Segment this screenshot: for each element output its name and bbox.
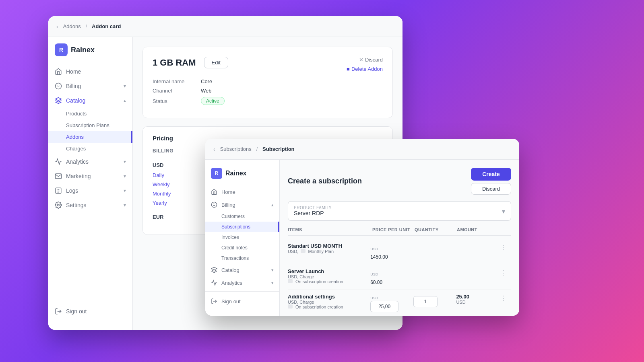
analytics-icon xyxy=(55,158,62,165)
product-family-select[interactable]: Product Family Server RDP ▾ xyxy=(288,201,511,221)
sub-sidebar-billing[interactable]: Billing ▴ xyxy=(205,198,279,211)
qty-input-2[interactable] xyxy=(413,296,438,307)
sub-analytics-icon xyxy=(211,280,217,286)
field-status: Status Active xyxy=(153,97,383,105)
sidebar-bottom-main: Sign out xyxy=(48,299,132,323)
create-sub-header: Create a subscription Create Discard xyxy=(288,168,511,195)
billing-icon xyxy=(55,82,62,90)
sidebar-item-analytics[interactable]: Analytics ▾ xyxy=(48,154,132,169)
sub-billing-icon xyxy=(211,202,217,208)
marketing-icon xyxy=(55,173,62,180)
svg-point-0 xyxy=(56,83,62,89)
addon-actions: ✕ Discard ■ Delete Addon xyxy=(347,57,383,72)
sub-nav-credit-notes[interactable]: Credit notes xyxy=(205,243,279,253)
window-body-sub: R Rainex Home Billing ▴ Customers Subscr… xyxy=(205,160,519,316)
sub-nav-customers[interactable]: Customers xyxy=(205,211,279,222)
sub-sign-out-button[interactable]: Sign out xyxy=(205,295,279,308)
sidebar-sub-charges[interactable]: Charges xyxy=(48,143,132,154)
delete-addon-button[interactable]: ■ Delete Addon xyxy=(347,66,383,72)
sidebar-item-home[interactable]: Home xyxy=(48,64,132,79)
sub-catalog-chevron: ▾ xyxy=(271,267,274,273)
items-table: Items Price per Unit Quantity Amount Sta… xyxy=(288,227,511,316)
sub-nav-transactions[interactable]: Transactions xyxy=(205,253,279,263)
field-channel: Channel Web xyxy=(153,88,383,94)
sub-billing-chevron: ▴ xyxy=(271,202,274,208)
svg-point-4 xyxy=(211,202,217,207)
svg-point-2 xyxy=(58,204,60,206)
sub-home-icon xyxy=(211,189,217,195)
sidebar-item-billing[interactable]: Billing ▾ xyxy=(48,79,132,93)
sub-breadcrumb-current: Subscription xyxy=(262,146,294,152)
status-badge: Active xyxy=(201,97,225,105)
breadcrumb-back-chevron[interactable]: ‹ xyxy=(56,23,58,30)
header-actions: Create Discard xyxy=(471,168,511,195)
table-row: Standart USD MONTH USD, Monthly Plan USD… xyxy=(288,239,511,264)
edit-button[interactable]: Edit xyxy=(204,57,228,68)
logs-chevron: ▾ xyxy=(124,188,126,193)
sidebar-main: R Rainex Home Billing ▾ Catalog xyxy=(48,37,133,330)
sidebar-sub-subscription-plans[interactable]: Subscription Plans xyxy=(48,119,132,131)
sub-sidebar-bottom: Sign out xyxy=(205,291,279,311)
sub-analytics-chevron: ▾ xyxy=(271,280,274,286)
sub-breadcrumb-parent: Subscriptions xyxy=(220,146,252,152)
table-row: Additional settings USD, Charge On subsc… xyxy=(288,290,511,316)
logo-icon-main: R xyxy=(55,43,68,56)
sub-sidebar: R Rainex Home Billing ▴ Customers Subscr… xyxy=(205,160,280,316)
sidebar-item-logs[interactable]: Logs ▾ xyxy=(48,183,132,198)
table-row: Server Launch USD, Charge On subscriptio… xyxy=(288,264,511,290)
create-button[interactable]: Create xyxy=(471,168,511,181)
logs-icon xyxy=(55,187,62,194)
product-family-value: Server RDP xyxy=(294,210,505,216)
sub-sidebar-catalog[interactable]: Catalog ▾ xyxy=(205,263,279,276)
item-more-1[interactable]: ⋮ xyxy=(499,268,511,278)
product-family-chevron: ▾ xyxy=(502,207,505,215)
sub-sidebar-home[interactable]: Home xyxy=(205,185,279,198)
items-table-header: Items Price per Unit Quantity Amount xyxy=(288,227,511,236)
sidebar-sub-addons[interactable]: Addons xyxy=(48,131,132,143)
catalog-icon xyxy=(55,97,62,104)
breadcrumb-current: Addon card xyxy=(92,23,121,29)
item-name-1: Server Launch xyxy=(288,268,367,274)
sidebar-item-catalog[interactable]: Catalog ▴ xyxy=(48,93,132,108)
create-sub-title: Create a subscription xyxy=(288,177,362,185)
discard-button[interactable]: ✕ Discard xyxy=(359,57,383,63)
sub-nav-invoices[interactable]: Invoices xyxy=(205,232,279,243)
sub-nav-subscriptions[interactable]: Subscriptions xyxy=(205,222,279,232)
item-more-2[interactable]: ⋮ xyxy=(499,294,511,303)
sidebar-item-marketing[interactable]: Marketing ▾ xyxy=(48,169,132,183)
sidebar-logo-main: R Rainex xyxy=(48,43,132,64)
product-family-label: Product Family xyxy=(294,206,505,210)
price-input-2[interactable] xyxy=(370,301,398,312)
analytics-chevron: ▾ xyxy=(124,159,126,165)
sub-breadcrumb-back-chevron[interactable]: ‹ xyxy=(213,146,215,152)
window-topbar-main: ‹ Addons / Addon card xyxy=(48,16,402,37)
sub-catalog-icon xyxy=(211,267,217,273)
field-internal-name: Internal name Core xyxy=(153,78,383,84)
marketing-chevron: ▾ xyxy=(124,173,126,179)
sub-discard-button[interactable]: Discard xyxy=(471,183,511,195)
catalog-chevron: ▴ xyxy=(124,98,126,103)
sub-sign-out-icon xyxy=(211,298,217,304)
settings-chevron: ▾ xyxy=(124,202,126,208)
sign-out-icon xyxy=(55,308,62,315)
sidebar-item-settings[interactable]: Settings ▾ xyxy=(48,198,132,212)
sub-sidebar-logo: R Rainex xyxy=(205,165,279,185)
logo-text-main: Rainex xyxy=(71,46,95,54)
sidebar-sub-products[interactable]: Products xyxy=(48,108,132,119)
addon-title: 1 GB RAM xyxy=(153,58,196,68)
home-icon xyxy=(55,68,62,75)
sign-out-button[interactable]: Sign out xyxy=(48,304,132,319)
item-name-0: Standart USD MONTH xyxy=(288,243,367,249)
billing-chevron: ▾ xyxy=(124,83,126,89)
sub-logo-icon: R xyxy=(211,168,222,179)
item-name-2: Additional settings xyxy=(288,294,367,300)
sub-main-content: Create a subscription Create Discard Pro… xyxy=(280,160,519,316)
settings-icon xyxy=(55,202,62,209)
sub-sidebar-analytics[interactable]: Analytics ▾ xyxy=(205,276,279,289)
sub-logo-text: Rainex xyxy=(225,170,246,177)
sidebar-nav-main: Home Billing ▾ Catalog ▴ Products Subscr… xyxy=(48,64,132,299)
create-subscription-window: ‹ Subscriptions / Subscription R Rainex … xyxy=(205,139,519,316)
addon-details-card: 1 GB RAM Edit ✕ Discard ■ Delete Addon xyxy=(142,47,393,118)
item-more-0[interactable]: ⋮ xyxy=(499,243,511,252)
window-topbar-sub: ‹ Subscriptions / Subscription xyxy=(205,139,519,160)
